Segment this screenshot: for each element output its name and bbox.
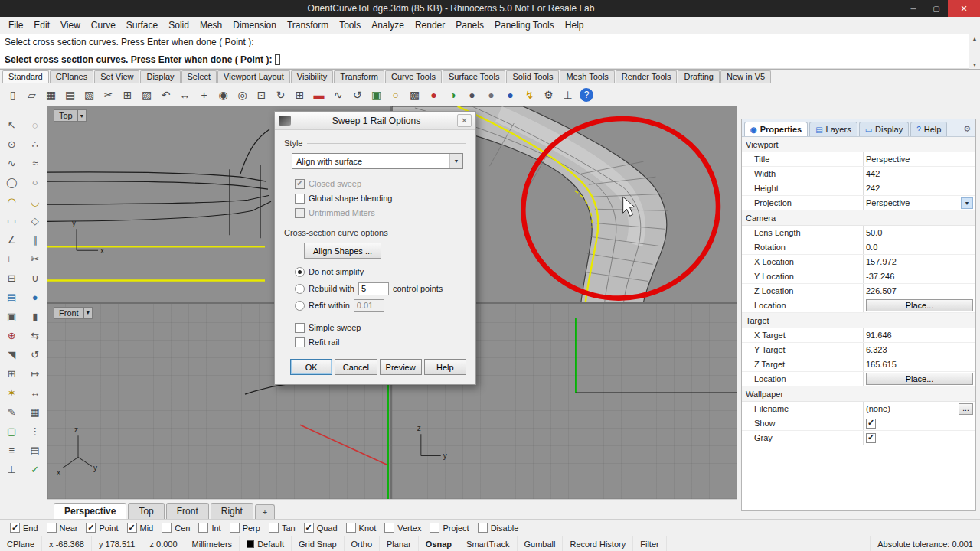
osnap-cen[interactable]: Cen (162, 523, 190, 533)
rotate-tool[interactable]: ↺ (24, 345, 47, 364)
osnap-end[interactable]: End (10, 523, 38, 533)
toolbar-tab-set-view[interactable]: Set View (94, 70, 139, 83)
named-view-icon[interactable]: ▣ (368, 86, 385, 103)
open-file-icon[interactable]: ▱ (23, 86, 41, 103)
boolean-tool[interactable]: ⊕ (0, 326, 24, 345)
help-button[interactable]: Help (424, 359, 466, 375)
lasso-tool[interactable]: ◌ (24, 116, 47, 135)
shaded-view-icon[interactable]: ● (463, 86, 481, 103)
split-tool[interactable]: ⊟ (0, 269, 24, 288)
menu-edit[interactable]: Edit (28, 18, 55, 32)
curve-tool[interactable]: ∿ (0, 154, 24, 173)
status-millimeters[interactable]: Millimeters (185, 536, 240, 551)
curve-tools-icon[interactable]: ∿ (329, 86, 347, 103)
prop-value-y-location[interactable]: -37.246 (863, 269, 975, 283)
osnap-near[interactable]: Near (47, 523, 78, 533)
fillet-tool[interactable]: ∟ (0, 249, 24, 269)
menu-tools[interactable]: Tools (334, 18, 366, 32)
browse-button[interactable]: ... (959, 403, 973, 415)
move-icon[interactable]: + (195, 86, 213, 103)
menu-paneling-tools[interactable]: Paneling Tools (489, 18, 560, 32)
toolbar-tab-standard[interactable]: Standard (2, 70, 49, 83)
status-cplane[interactable]: CPlane (0, 536, 42, 551)
point-tool[interactable]: ⊙ (0, 135, 24, 154)
panel-tab-help[interactable]: ?Help (910, 122, 947, 136)
menu-file[interactable]: File (3, 18, 28, 32)
render-preview-icon[interactable]: ◑ (444, 86, 462, 103)
rectangle-tool[interactable]: ▭ (0, 211, 24, 230)
toolbar-tab-surface-tools[interactable]: Surface Tools (443, 70, 505, 83)
dialog-close-icon[interactable]: ✕ (457, 114, 472, 127)
viewport-tab-top[interactable]: Top (128, 503, 164, 519)
sphere-tool[interactable]: ● (24, 288, 47, 307)
minimize-button[interactable]: ─ (902, 0, 925, 17)
rebuild-with-radio[interactable]: Rebuild with control points (295, 282, 466, 295)
ok-button[interactable]: OK (290, 359, 332, 375)
prop-value-height[interactable]: 242 (863, 181, 975, 195)
osnap-vertex-checkbox[interactable] (384, 523, 394, 533)
panel-tab-properties[interactable]: ◉Properties (744, 122, 808, 136)
status-record-history[interactable]: Record History (563, 536, 633, 551)
status-osnap[interactable]: Osnap (419, 536, 459, 551)
toolbar-tab-solid-tools[interactable]: Solid Tools (506, 70, 559, 83)
add-viewport-tab[interactable]: + (255, 504, 275, 519)
surface-tool[interactable]: ▤ (0, 288, 24, 307)
prop-value-width[interactable]: 442 (863, 167, 975, 181)
new-file-icon[interactable]: ▯ (4, 86, 21, 103)
untrimmed-miters-checkbox[interactable]: Untrimmed Miters (295, 207, 466, 219)
menu-view[interactable]: View (55, 18, 86, 32)
prop-value-z-target[interactable]: 165.615 (863, 357, 975, 371)
zoom-extents-icon[interactable]: ⊡ (253, 86, 270, 103)
place-button[interactable]: Place... (866, 373, 973, 385)
select-tool[interactable]: ↖ (0, 116, 24, 135)
menu-render[interactable]: Render (410, 18, 450, 32)
cut-icon[interactable]: ✂ (100, 86, 117, 103)
arc-continue-tool[interactable]: ◡ (24, 192, 47, 211)
toolbar-tab-drafting[interactable]: Drafting (678, 70, 720, 83)
osnap-knot-checkbox[interactable] (346, 523, 356, 533)
osnap-mid-checkbox[interactable] (127, 523, 137, 533)
osnap-tan-checkbox[interactable] (269, 523, 279, 533)
osnap-mid[interactable]: Mid (127, 523, 154, 533)
rotate-view-icon[interactable]: ↻ (272, 86, 289, 103)
hatch-tool[interactable]: ▦ (24, 403, 47, 422)
viewport-tab-right[interactable]: Right (211, 503, 253, 519)
box-tool[interactable]: ▣ (0, 307, 24, 326)
osnap-int[interactable]: Int (198, 523, 220, 533)
polyline-tool[interactable]: ∠ (0, 230, 24, 249)
analyze-tool[interactable]: ✓ (24, 460, 47, 479)
do-not-simplify-radio[interactable]: Do not simplify (295, 265, 466, 279)
panel-gear-icon[interactable]: ⚙ (961, 124, 973, 136)
array-tool[interactable]: ⊞ (0, 364, 24, 383)
trim-tool[interactable]: ✂ (24, 249, 47, 269)
prop-value-rotation[interactable]: 0.0 (863, 240, 975, 254)
offset-tool[interactable]: ∥ (24, 230, 47, 249)
show-checkbox[interactable] (866, 419, 876, 429)
scroll-up-icon[interactable]: ▲ (969, 34, 980, 43)
toolbar-tab-curve-tools[interactable]: Curve Tools (385, 70, 442, 83)
dimension-tool[interactable]: ↔ (24, 383, 47, 403)
extend-tool[interactable]: ↦ (24, 364, 47, 383)
toolbar-tab-new-in-v5[interactable]: New in V5 (720, 70, 771, 83)
toolbar-tab-display[interactable]: Display (140, 70, 180, 83)
osnap-project[interactable]: Project (430, 523, 469, 533)
menu-help[interactable]: Help (560, 18, 590, 32)
toolbar-tab-transform[interactable]: Transform (334, 70, 384, 83)
osnap-int-checkbox[interactable] (198, 523, 208, 533)
export-icon[interactable]: ▧ (80, 86, 98, 103)
prop-value-z-location[interactable]: 226.507 (863, 284, 975, 298)
dropdown-arrow-icon[interactable]: ▼ (961, 197, 973, 209)
preview-button[interactable]: Preview (380, 359, 422, 375)
handle-curve-tool[interactable]: ≈ (24, 154, 47, 173)
block-tool[interactable]: ▢ (0, 422, 24, 441)
menu-curve[interactable]: Curve (86, 18, 121, 32)
ghosted-view-icon[interactable]: ● (482, 86, 500, 103)
status-gumball[interactable]: Gumball (518, 536, 564, 551)
viewport-front-label[interactable]: Front ▾ (54, 307, 93, 319)
refit-rail-checkbox[interactable]: Refit rail (295, 336, 466, 348)
flash-icon[interactable]: ↯ (521, 86, 538, 103)
ellipse-tool[interactable]: ○ (24, 173, 47, 192)
pointcloud-tool[interactable]: ∴ (24, 135, 47, 154)
menu-solid[interactable]: Solid (163, 18, 194, 32)
menu-dimension[interactable]: Dimension (227, 18, 282, 32)
